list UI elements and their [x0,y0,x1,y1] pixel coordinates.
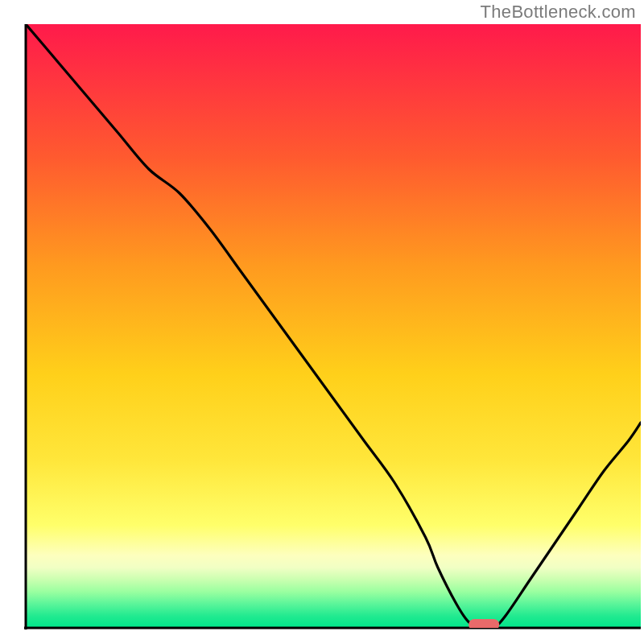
plot-background [26,24,641,628]
bottleneck-plot [0,0,644,644]
chart-stage: TheBottleneck.com [0,0,644,644]
watermark-text: TheBottleneck.com [481,2,636,23]
